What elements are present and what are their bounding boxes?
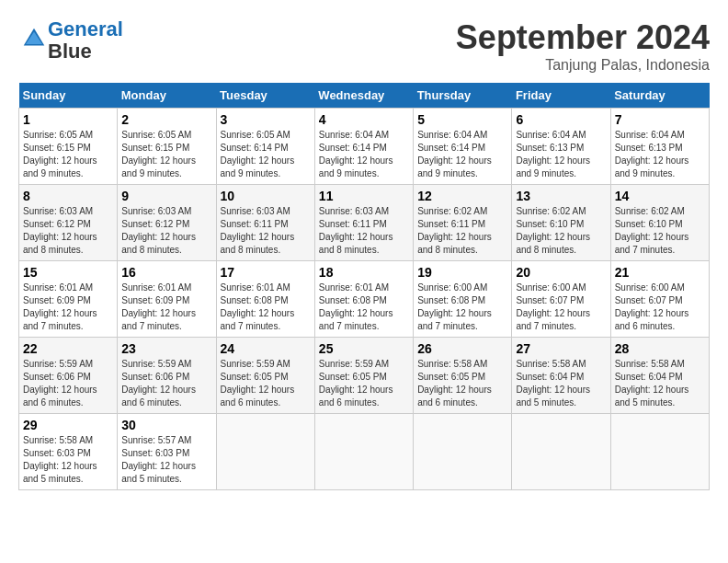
header-tuesday: Tuesday [216,83,314,109]
day-number: 3 [221,112,311,127]
day-number: 30 [121,418,211,432]
cell-info: Sunrise: 6:03 AMSunset: 6:12 PMDaylight:… [23,206,97,255]
calendar-week-row: 29 Sunrise: 5:58 AMSunset: 6:03 PMDaylig… [19,414,710,490]
day-number: 29 [23,418,113,432]
cell-info: Sunrise: 6:04 AMSunset: 6:13 PMDaylight:… [615,130,689,178]
day-number: 25 [319,341,409,356]
logo: General Blue [18,18,123,63]
cell-info: Sunrise: 6:05 AMSunset: 6:15 PMDaylight:… [23,130,97,178]
calendar-cell: 15 Sunrise: 6:01 AMSunset: 6:09 PMDaylig… [19,261,118,338]
cell-info: Sunrise: 5:58 AMSunset: 6:03 PMDaylight:… [23,435,97,484]
header-friday: Friday [512,83,610,109]
logo-line2: Blue [48,40,92,63]
day-number: 17 [221,265,311,280]
calendar-cell: 19 Sunrise: 6:00 AMSunset: 6:08 PMDaylig… [414,261,512,338]
page-header: General Blue September 2024 Tanjung Pala… [18,18,710,74]
day-number: 20 [516,265,606,280]
title-area: September 2024 Tanjung Palas, Indonesia [456,18,710,74]
calendar-cell: 2 Sunrise: 6:05 AMSunset: 6:15 PMDayligh… [118,109,216,185]
calendar-table: SundayMondayTuesdayWednesdayThursdayFrid… [18,83,710,490]
day-number: 8 [23,189,113,203]
calendar-cell [414,414,512,490]
cell-info: Sunrise: 5:57 AMSunset: 6:03 PMDaylight:… [121,435,196,484]
calendar-week-row: 1 Sunrise: 6:05 AMSunset: 6:15 PMDayligh… [19,109,710,185]
calendar-cell: 8 Sunrise: 6:03 AMSunset: 6:12 PMDayligh… [19,185,118,261]
calendar-cell: 25 Sunrise: 5:59 AMSunset: 6:05 PMDaylig… [314,338,413,414]
cell-info: Sunrise: 6:03 AMSunset: 6:11 PMDaylight:… [319,206,393,255]
header-sunday: Sunday [19,83,118,109]
day-number: 12 [417,189,507,203]
day-number: 19 [417,265,507,280]
logo-line1: General [48,17,123,40]
cell-info: Sunrise: 5:59 AMSunset: 6:05 PMDaylight:… [319,359,393,408]
cell-info: Sunrise: 6:03 AMSunset: 6:12 PMDaylight:… [121,206,196,255]
calendar-cell: 26 Sunrise: 5:58 AMSunset: 6:05 PMDaylig… [414,338,512,414]
header-monday: Monday [118,83,216,109]
day-number: 9 [121,189,211,203]
cell-info: Sunrise: 5:59 AMSunset: 6:05 PMDaylight:… [221,359,295,408]
cell-info: Sunrise: 6:01 AMSunset: 6:08 PMDaylight:… [221,282,295,331]
day-number: 4 [319,112,409,127]
day-number: 26 [417,341,507,356]
header-wednesday: Wednesday [314,83,413,109]
day-number: 13 [516,189,606,203]
calendar-header-row: SundayMondayTuesdayWednesdayThursdayFrid… [19,83,710,109]
cell-info: Sunrise: 6:04 AMSunset: 6:14 PMDaylight:… [319,130,393,178]
calendar-cell: 14 Sunrise: 6:02 AMSunset: 6:10 PMDaylig… [610,185,709,261]
calendar-cell: 13 Sunrise: 6:02 AMSunset: 6:10 PMDaylig… [512,185,610,261]
calendar-cell [216,414,314,490]
calendar-cell: 22 Sunrise: 5:59 AMSunset: 6:06 PMDaylig… [19,338,118,414]
calendar-cell: 6 Sunrise: 6:04 AMSunset: 6:13 PMDayligh… [512,109,610,185]
calendar-cell: 3 Sunrise: 6:05 AMSunset: 6:14 PMDayligh… [216,109,314,185]
calendar-cell: 1 Sunrise: 6:05 AMSunset: 6:15 PMDayligh… [19,109,118,185]
calendar-cell: 27 Sunrise: 5:58 AMSunset: 6:04 PMDaylig… [512,338,610,414]
cell-info: Sunrise: 6:00 AMSunset: 6:08 PMDaylight:… [417,282,492,331]
day-number: 18 [319,265,409,280]
calendar-cell: 29 Sunrise: 5:58 AMSunset: 6:03 PMDaylig… [19,414,118,490]
header-saturday: Saturday [610,83,709,109]
logo-text: General Blue [48,18,123,63]
calendar-cell: 24 Sunrise: 5:59 AMSunset: 6:05 PMDaylig… [216,338,314,414]
day-number: 1 [23,112,113,127]
calendar-cell: 20 Sunrise: 6:00 AMSunset: 6:07 PMDaylig… [512,261,610,338]
calendar-cell: 5 Sunrise: 6:04 AMSunset: 6:14 PMDayligh… [414,109,512,185]
day-number: 27 [516,341,606,356]
cell-info: Sunrise: 6:02 AMSunset: 6:11 PMDaylight:… [417,206,492,255]
day-number: 7 [615,112,705,127]
calendar-week-row: 22 Sunrise: 5:59 AMSunset: 6:06 PMDaylig… [19,338,710,414]
cell-info: Sunrise: 5:58 AMSunset: 6:04 PMDaylight:… [615,359,689,408]
calendar-cell: 16 Sunrise: 6:01 AMSunset: 6:09 PMDaylig… [118,261,216,338]
day-number: 14 [615,189,705,203]
calendar-week-row: 8 Sunrise: 6:03 AMSunset: 6:12 PMDayligh… [19,185,710,261]
cell-info: Sunrise: 6:02 AMSunset: 6:10 PMDaylight:… [615,206,689,255]
cell-info: Sunrise: 6:02 AMSunset: 6:10 PMDaylight:… [516,206,590,255]
cell-info: Sunrise: 6:03 AMSunset: 6:11 PMDaylight:… [221,206,295,255]
calendar-cell: 11 Sunrise: 6:03 AMSunset: 6:11 PMDaylig… [314,185,413,261]
calendar-cell: 12 Sunrise: 6:02 AMSunset: 6:11 PMDaylig… [414,185,512,261]
cell-info: Sunrise: 5:59 AMSunset: 6:06 PMDaylight:… [23,359,97,408]
day-number: 28 [615,341,705,356]
calendar-cell: 9 Sunrise: 6:03 AMSunset: 6:12 PMDayligh… [118,185,216,261]
day-number: 2 [121,112,211,127]
cell-info: Sunrise: 5:58 AMSunset: 6:04 PMDaylight:… [516,359,590,408]
calendar-cell [610,414,709,490]
cell-info: Sunrise: 6:01 AMSunset: 6:08 PMDaylight:… [319,282,393,331]
day-number: 10 [221,189,311,203]
day-number: 15 [23,265,113,280]
cell-info: Sunrise: 6:05 AMSunset: 6:14 PMDaylight:… [221,130,295,178]
logo-icon [20,25,48,52]
day-number: 16 [121,265,211,280]
calendar-cell: 17 Sunrise: 6:01 AMSunset: 6:08 PMDaylig… [216,261,314,338]
cell-info: Sunrise: 6:01 AMSunset: 6:09 PMDaylight:… [121,282,196,331]
cell-info: Sunrise: 6:01 AMSunset: 6:09 PMDaylight:… [23,282,97,331]
month-title: September 2024 [456,18,710,57]
calendar-cell [314,414,413,490]
calendar-cell: 28 Sunrise: 5:58 AMSunset: 6:04 PMDaylig… [610,338,709,414]
calendar-cell: 30 Sunrise: 5:57 AMSunset: 6:03 PMDaylig… [118,414,216,490]
calendar-week-row: 15 Sunrise: 6:01 AMSunset: 6:09 PMDaylig… [19,261,710,338]
calendar-cell: 23 Sunrise: 5:59 AMSunset: 6:06 PMDaylig… [118,338,216,414]
calendar-cell: 21 Sunrise: 6:00 AMSunset: 6:07 PMDaylig… [610,261,709,338]
cell-info: Sunrise: 5:59 AMSunset: 6:06 PMDaylight:… [121,359,196,408]
cell-info: Sunrise: 6:05 AMSunset: 6:15 PMDaylight:… [121,130,196,178]
cell-info: Sunrise: 6:04 AMSunset: 6:13 PMDaylight:… [516,130,590,178]
